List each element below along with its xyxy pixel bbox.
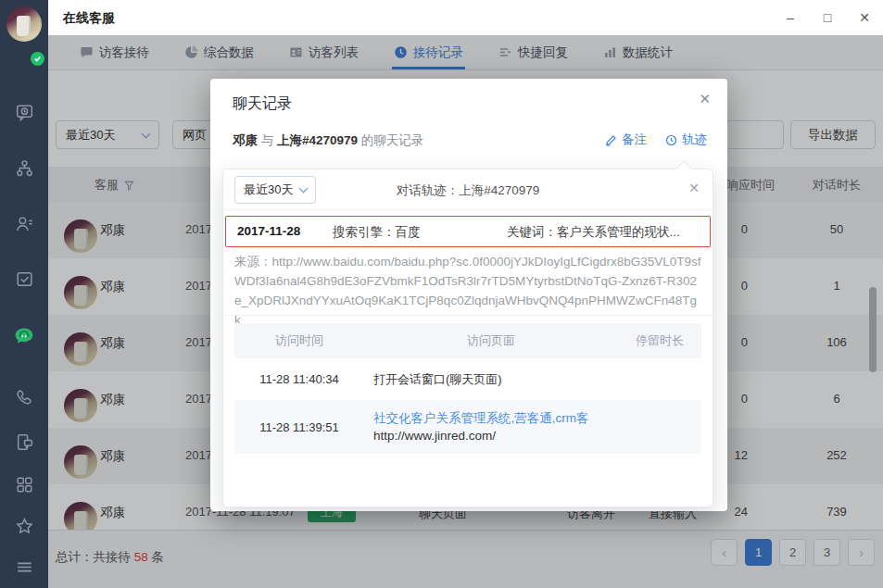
highlight-annotation: 2017-11-28 搜索引擎：百度 关键词：客户关系管理的现状... — [225, 216, 711, 247]
source-url: 来源：http://www.baidu.com/baidu.php?sc.0f0… — [234, 252, 701, 330]
app-title: 在线客服 — [63, 10, 115, 27]
track-button[interactable]: 轨迹 — [665, 131, 707, 148]
history-clock-icon — [665, 134, 677, 146]
popup-date-select[interactable]: 最近30天 — [234, 176, 316, 204]
search-engine: 搜索引擎：百度 — [333, 224, 421, 241]
apps-grid-icon[interactable] — [0, 474, 48, 495]
sidebar — [0, 0, 48, 588]
visited-page-link[interactable]: 社交化客户关系管理系统,营客通,crm客 — [373, 409, 618, 427]
menu-icon[interactable] — [0, 557, 48, 578]
trajectory-popup: 最近30天 对话轨迹：上海#4270979 ✕ 2017-11-28 搜索引擎：… — [222, 169, 713, 507]
visit-row[interactable]: 11-28 11:39:51 社交化客户关系管理系统,营客通,crm客 http… — [234, 400, 701, 454]
session-date: 2017-11-28 — [237, 224, 300, 238]
popup-close-icon[interactable]: ✕ — [688, 181, 700, 195]
modal-title: 聊天记录 — [233, 94, 292, 114]
pencil-icon — [605, 134, 617, 146]
support-chat-icon[interactable] — [0, 324, 48, 348]
online-status-icon — [31, 52, 44, 66]
user-avatar[interactable] — [6, 6, 42, 42]
visit-table-header: 访问时间 访问页面 停留时长 — [234, 323, 701, 358]
divider — [223, 315, 713, 316]
phone-icon[interactable] — [0, 387, 48, 408]
title-bar: 在线客服 – □ ✕ — [48, 0, 883, 35]
star-icon[interactable] — [0, 516, 48, 537]
message-clock-icon[interactable] — [0, 102, 48, 123]
modal-close-icon[interactable]: ✕ — [699, 91, 711, 107]
contacts-icon[interactable] — [0, 213, 48, 234]
device-message-icon[interactable] — [0, 432, 48, 453]
org-chart-icon[interactable] — [0, 157, 48, 179]
search-keyword: 关键词：客户关系管理的现状... — [507, 224, 680, 241]
tasks-check-icon[interactable] — [0, 269, 48, 290]
maximize-button[interactable]: □ — [809, 0, 846, 35]
visited-page-url: http://www.jinred.com/ — [373, 427, 618, 444]
chat-records-modal: 聊天记录 ✕ 邓康 与 上海#4270979 的聊天记录 备注 轨迹 — [210, 79, 727, 511]
visit-row[interactable]: 11-28 11:40:34 打开会话窗口(聊天页面) — [234, 358, 701, 400]
close-button[interactable]: ✕ — [846, 0, 883, 35]
main-content: 访客接待 综合数据 访客列表 接待记录 — [48, 35, 883, 588]
app-window: 在线客服 – □ ✕ 访客接待 综合数据 — [0, 0, 883, 588]
chevron-down-icon — [299, 184, 309, 194]
minimize-button[interactable]: – — [772, 0, 809, 35]
modal-subtitle: 邓康 与 上海#4270979 的聊天记录 — [233, 132, 423, 149]
note-button[interactable]: 备注 — [605, 131, 647, 148]
visit-table: 访问时间 访问页面 停留时长 11-28 11:40:34 打开会话窗口(聊天页… — [234, 323, 701, 454]
